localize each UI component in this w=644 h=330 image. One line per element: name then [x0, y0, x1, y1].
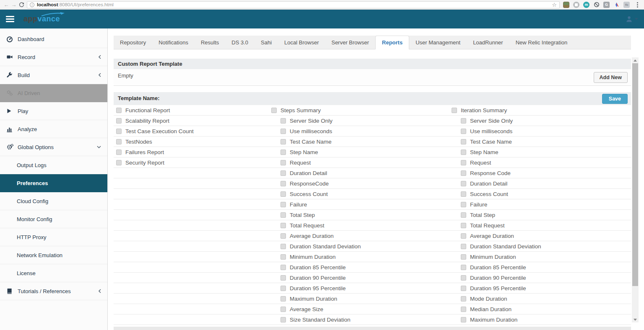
sidebar-item-label: Build — [18, 72, 98, 78]
checkbox-failure[interactable] — [280, 202, 286, 207]
checkbox-use-milliseconds[interactable] — [280, 129, 286, 134]
checkbox-total-step[interactable] — [461, 212, 466, 218]
circle-ext-icon[interactable] — [573, 2, 579, 8]
checkbox-success-count[interactable] — [461, 191, 466, 197]
tab-sahi[interactable]: Sahi — [254, 36, 278, 49]
checkbox-maximum-duration[interactable] — [461, 317, 466, 322]
tab-new-relic-integration[interactable]: New Relic Integration — [509, 36, 574, 49]
checkbox-total-request[interactable] — [461, 223, 466, 228]
checkbox-scalability-report[interactable] — [116, 118, 122, 124]
screenshot-ext-icon[interactable] — [563, 2, 569, 8]
checkbox-total-request[interactable] — [280, 223, 286, 228]
browser-forward-icon[interactable]: → — [10, 2, 18, 8]
scrollbar-thumb[interactable] — [632, 63, 638, 286]
tab-user-management[interactable]: User Management — [409, 36, 467, 49]
tab-notifications[interactable]: Notifications — [152, 36, 195, 49]
checkbox-average-duration[interactable] — [280, 233, 286, 239]
browser-refresh-icon[interactable] — [18, 1, 25, 8]
bookmark-star-icon[interactable]: ☆ — [552, 2, 557, 8]
fb-ext-icon[interactable]: fb — [623, 2, 630, 8]
tab-server-browser[interactable]: Server Browser — [325, 36, 375, 49]
checkbox-steps-summary[interactable] — [271, 108, 277, 113]
checkbox-use-milliseconds[interactable] — [461, 129, 466, 134]
tab-results[interactable]: Results — [195, 36, 225, 49]
checkbox-response-code[interactable] — [461, 170, 466, 176]
content-scrollbar[interactable] — [632, 57, 639, 322]
add-new-button[interactable]: Add New — [594, 72, 628, 83]
g-ext-icon[interactable]: G — [603, 2, 610, 8]
sidebar-item-ai-driven[interactable]: AI Driven — [0, 84, 107, 102]
checkbox-total-step[interactable] — [280, 212, 286, 218]
tab-reports[interactable]: Reports — [375, 36, 409, 49]
sidebar-subitem-license[interactable]: License — [0, 264, 107, 282]
hamburger-menu-icon[interactable] — [6, 16, 14, 22]
checkbox-functional-report[interactable] — [116, 108, 122, 113]
pen-ext-icon[interactable] — [613, 2, 620, 8]
checkbox-iteration-summary[interactable] — [452, 108, 457, 113]
sidebar-item-global-options[interactable]: Global Options — [0, 138, 107, 156]
tab-ds-3-0[interactable]: DS 3.0 — [225, 36, 254, 49]
checkbox-security-report[interactable] — [116, 160, 122, 165]
checkbox-label: Success Count — [290, 191, 328, 197]
sidebar-item-tutorials-references[interactable]: Tutorials / References — [0, 282, 107, 300]
save-button[interactable]: Save — [602, 94, 628, 104]
checkbox-average-size[interactable] — [280, 307, 286, 312]
sidebar-subitem-http-proxy[interactable]: HTTP Proxy — [0, 228, 107, 246]
scrollbar-up-arrow[interactable] — [632, 57, 639, 63]
checkbox-median-duration[interactable] — [461, 307, 466, 312]
checkbox-duration-90-percentile[interactable] — [280, 275, 286, 281]
block-ext-icon[interactable] — [593, 2, 600, 8]
sidebar-item-build[interactable]: Build — [0, 66, 107, 84]
checkbox-server-side-only[interactable] — [461, 118, 466, 124]
checkbox-server-side-only[interactable] — [280, 118, 286, 124]
sidebar-subitem-preferences[interactable]: Preferences — [0, 174, 107, 192]
checkbox-duration-detail[interactable] — [461, 181, 466, 186]
checkbox-duration-85-percentile[interactable] — [461, 265, 466, 270]
checkbox-test-case-execution-count[interactable] — [116, 129, 122, 134]
checkbox-request[interactable] — [280, 160, 286, 165]
template-name-header: Template Name: Save — [114, 92, 631, 105]
sidebar-subitem-output-logs[interactable]: Output Logs — [0, 156, 107, 174]
checkbox-success-count[interactable] — [280, 191, 286, 197]
sidebar-item-play[interactable]: Play — [0, 102, 107, 120]
sidebar-subitem-cloud-config[interactable]: Cloud Config — [0, 192, 107, 210]
checkbox-request[interactable] — [461, 160, 466, 165]
user-menu[interactable] — [626, 15, 638, 23]
sidebar-item-dashboard[interactable]: Dashboard — [0, 30, 107, 48]
browser-back-icon[interactable]: ← — [3, 2, 10, 8]
checkbox-duration-90-percentile[interactable] — [461, 275, 466, 281]
sidebar-item-record[interactable]: Record — [0, 48, 107, 66]
browser-menu-icon[interactable] — [635, 2, 640, 8]
checkbox-responsecode[interactable] — [280, 181, 286, 186]
checkbox-test-case-name[interactable] — [461, 139, 466, 144]
checkbox-duration-standard-deviation[interactable] — [280, 244, 286, 249]
checkbox-minimum-duration[interactable] — [280, 254, 286, 260]
checkbox-testnodes[interactable] — [116, 139, 122, 144]
checkbox-average-duration[interactable] — [461, 233, 466, 239]
checkbox-maximum-duration[interactable] — [280, 296, 286, 302]
tab-local-browser[interactable]: Local Browser — [278, 36, 325, 49]
checkbox-duration-standard-deviation[interactable] — [461, 244, 466, 249]
m-ext-icon[interactable]: m — [583, 2, 589, 8]
checkbox-duration-95-percentile[interactable] — [280, 286, 286, 291]
checkbox-duration-detail[interactable] — [280, 170, 286, 176]
checkbox-minimum-duration[interactable] — [461, 254, 466, 260]
sidebar-subitem-network-emulation[interactable]: Network Emulation — [0, 246, 107, 264]
checkbox-step-name[interactable] — [461, 150, 466, 155]
address-bar[interactable]: i localhost:8080/UI/preferences.html ☆ — [27, 1, 560, 8]
checkbox-failure[interactable] — [461, 202, 466, 207]
scrollbar-down-arrow[interactable] — [632, 317, 639, 322]
tab-loadrunner[interactable]: LoadRunner — [467, 36, 509, 49]
sidebar-item-analyze[interactable]: Analyze — [0, 120, 107, 138]
checkbox-test-case-name[interactable] — [280, 139, 286, 144]
checkbox-size-standard-deviation[interactable] — [280, 317, 286, 322]
page-info-icon[interactable]: i — [30, 3, 34, 7]
checkbox-duration-85-percentile[interactable] — [280, 265, 286, 270]
checkbox-failures-report[interactable] — [116, 150, 122, 155]
checkbox-step-name[interactable] — [280, 150, 286, 155]
checkbox-label: Duration 90 Percentile — [290, 275, 346, 281]
sidebar-subitem-monitor-config[interactable]: Monitor Config — [0, 210, 107, 228]
checkbox-duration-95-percentile[interactable] — [461, 286, 466, 291]
tab-repository[interactable]: Repository — [114, 36, 152, 49]
checkbox-mode-duration[interactable] — [461, 296, 466, 302]
